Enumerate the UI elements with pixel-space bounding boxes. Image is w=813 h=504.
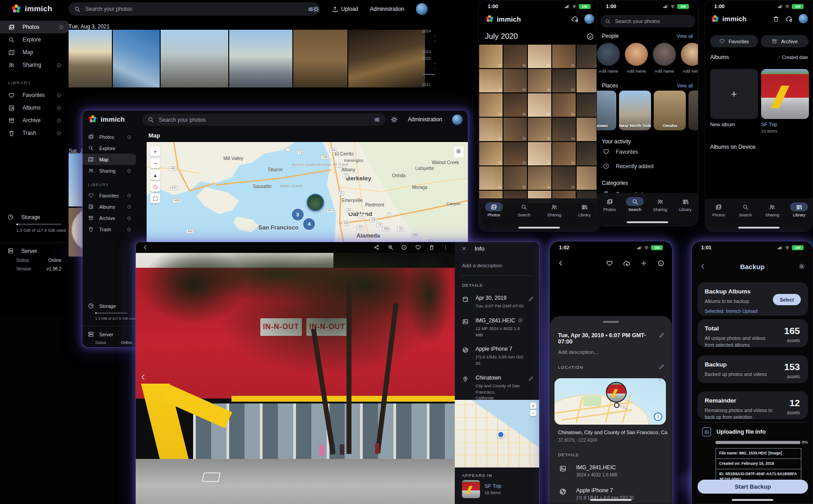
- photo-thumbnail[interactable]: [504, 118, 527, 141]
- photo-thumbnail[interactable]: [504, 166, 527, 190]
- sidebar-item[interactable]: Map: [83, 154, 136, 165]
- nav-item[interactable]: Photos: [601, 197, 619, 212]
- zoom-out-button[interactable]: −: [150, 158, 160, 168]
- photo-cluster-marker[interactable]: 4: [302, 217, 316, 231]
- photo-thumbnail[interactable]: [504, 45, 527, 68]
- sidebar-item[interactable]: Albums: [0, 101, 68, 114]
- location-map[interactable]: - San Francisco Ferry The Em i: [554, 378, 666, 425]
- share-icon[interactable]: [374, 244, 380, 251]
- edit-date-icon[interactable]: [659, 332, 665, 338]
- back-icon[interactable]: [699, 263, 707, 270]
- zoom-icon[interactable]: [388, 244, 394, 251]
- favorite-icon[interactable]: [606, 260, 613, 267]
- face-avatar[interactable]: [681, 43, 698, 66]
- photo-thumbnail[interactable]: [552, 45, 576, 68]
- face-avatar[interactable]: [653, 43, 676, 66]
- photo-thumbnail[interactable]: [161, 30, 228, 87]
- photo-thumbnail[interactable]: [528, 93, 551, 117]
- start-backup-button[interactable]: Start Backup: [698, 480, 808, 494]
- face-avatar[interactable]: [597, 43, 620, 66]
- timeline-scrubber[interactable]: 2024202320222021: [422, 27, 440, 108]
- add-icon[interactable]: [640, 260, 647, 267]
- add-name-label[interactable]: Add name: [655, 69, 674, 73]
- photo-thumbnail[interactable]: [504, 69, 527, 92]
- add-name-label[interactable]: Add name: [627, 69, 646, 73]
- photo-thumbnail[interactable]: [504, 93, 527, 117]
- sidebar-item[interactable]: Trash: [83, 224, 136, 235]
- photo-thumbnail[interactable]: [552, 142, 576, 165]
- map-info-icon[interactable]: i: [654, 412, 662, 421]
- person-item[interactable]: Add name: [653, 43, 676, 73]
- nav-item[interactable]: Library: [676, 197, 694, 212]
- back-icon[interactable]: [142, 244, 148, 251]
- photo-thumbnail[interactable]: [528, 69, 551, 92]
- info-icon[interactable]: [657, 260, 665, 267]
- nav-item[interactable]: Sharing: [651, 197, 669, 212]
- upload-button[interactable]: Upload: [332, 6, 358, 13]
- person-item[interactable]: Add name: [625, 43, 648, 73]
- add-name-label[interactable]: Add name: [599, 69, 618, 73]
- location-off-button[interactable]: [150, 182, 160, 192]
- sidebar-item[interactable]: Favorites: [83, 190, 136, 201]
- photo-thumbnail[interactable]: [504, 142, 527, 165]
- edit-pencil-icon[interactable]: [528, 376, 534, 381]
- delete-icon[interactable]: [429, 244, 435, 251]
- photo-grid[interactable]: [479, 45, 600, 203]
- face-avatar[interactable]: [625, 43, 648, 66]
- zoom-in-button[interactable]: +: [150, 147, 160, 156]
- sidebar-item[interactable]: Explore: [0, 33, 68, 46]
- photo-cluster-marker[interactable]: 3: [291, 208, 305, 221]
- nav-item[interactable]: Library: [576, 202, 594, 217]
- search-input[interactable]: Search your photos: [69, 2, 319, 16]
- album-tile-sf-trip[interactable]: [761, 69, 809, 119]
- sidebar-item[interactable]: Sharing: [83, 165, 136, 176]
- sidebar-item[interactable]: Archive: [83, 212, 136, 224]
- sidebar-item[interactable]: Trash: [0, 127, 68, 139]
- photo-thumbnail[interactable]: [69, 30, 112, 87]
- map-settings-gear-icon[interactable]: [454, 147, 463, 157]
- sidebar-item[interactable]: Explore: [83, 142, 136, 154]
- search-input[interactable]: Search your photos: [142, 114, 386, 126]
- place-tile[interactable]: Omaha: [654, 91, 686, 130]
- location-minimap[interactable]: +−: [455, 400, 539, 467]
- place-tile[interactable]: Near North Side: [619, 91, 651, 130]
- new-album-tile[interactable]: +: [710, 69, 758, 119]
- fullscreen-button[interactable]: [150, 193, 160, 203]
- nav-item[interactable]: Sharing: [763, 202, 781, 217]
- photo-thumbnail[interactable]: [293, 30, 347, 87]
- search-input[interactable]: Search your photos: [601, 15, 695, 27]
- home-indicator[interactable]: [627, 221, 668, 223]
- nav-item[interactable]: Photos: [485, 202, 503, 217]
- minimap-zoom-out[interactable]: −: [530, 410, 536, 416]
- sidebar-item[interactable]: Photos: [83, 131, 136, 142]
- select-all-icon[interactable]: [586, 32, 594, 41]
- add-name-label[interactable]: Add name: [683, 69, 698, 73]
- photo-marker[interactable]: [307, 194, 324, 211]
- people-view-all-link[interactable]: View all: [677, 33, 693, 39]
- avatar[interactable]: [584, 14, 594, 24]
- avatar[interactable]: [799, 14, 808, 23]
- edit-pencil-icon[interactable]: [528, 296, 534, 302]
- administration-link[interactable]: Administration: [370, 6, 404, 12]
- compass-button[interactable]: ▴: [150, 170, 160, 180]
- home-indicator[interactable]: [590, 499, 632, 501]
- back-icon[interactable]: [557, 260, 564, 267]
- photo-thumbnail[interactable]: [348, 30, 425, 87]
- filter-icon[interactable]: [374, 116, 380, 123]
- nav-item[interactable]: Search: [736, 202, 754, 217]
- file-info-icon[interactable]: [518, 318, 523, 323]
- sort-control[interactable]: ↑Created date: [778, 55, 808, 60]
- home-indicator[interactable]: [738, 227, 780, 229]
- place-tile[interactable]: natown: [596, 91, 616, 130]
- home-indicator[interactable]: [732, 499, 773, 501]
- sidebar-item[interactable]: Sharing: [0, 59, 68, 71]
- nav-item[interactable]: Sharing: [545, 202, 564, 217]
- theme-toggle-icon[interactable]: [390, 116, 398, 124]
- recently-added-row[interactable]: Recently added: [603, 163, 653, 170]
- photo-location-marker[interactable]: [606, 382, 627, 403]
- settings-gear-icon[interactable]: [798, 263, 805, 270]
- theme-toggle-icon[interactable]: [312, 5, 320, 13]
- album-name[interactable]: SF Trip 15 items: [761, 122, 777, 133]
- photo-thumbnail[interactable]: [552, 69, 576, 92]
- photo-thumbnail[interactable]: [528, 118, 551, 141]
